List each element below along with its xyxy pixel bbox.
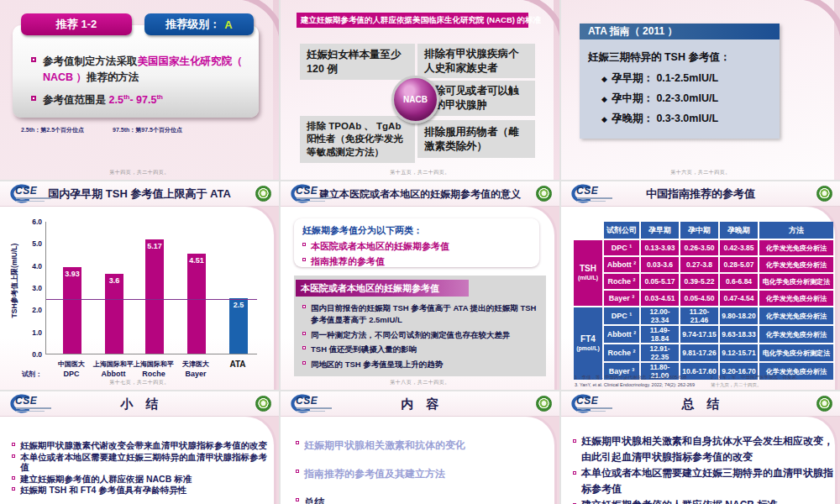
table-company-cell: Roche ² bbox=[604, 274, 639, 289]
y-tick-label: 0.0 bbox=[22, 350, 42, 359]
slide-title: 小 结 bbox=[121, 396, 159, 412]
slide-thumbnail-summary-final[interactable]: CSE 总 结 妊娠期甲状腺相关激素和自身抗体水平会发生相应改变，由此引起血清甲… bbox=[561, 391, 840, 504]
slide-thumbnail-tsh-chart[interactable]: CSE 国内孕早期 TSH 参考值上限高于 ATA TSH参考值上限(mIU/L… bbox=[0, 181, 279, 390]
local-reference-box: 本医院或者本地区的妊娠期参考值 国内目前报告的妊娠期 TSH 参考值高于 ATA… bbox=[294, 276, 546, 376]
slide-grid: 参考值制定方法采取美国国家生化研究院（ NACB ）推荐的方法 参考值范围是 2… bbox=[0, 0, 840, 504]
bullet-item: 参考值范围是 2.5th- 97.5th bbox=[31, 92, 249, 108]
table-value-cell: 9.12-15.71 bbox=[720, 344, 758, 361]
slide-thumbnail-contents[interactable]: CSE 内 容 妊娠期甲状腺相关激素和抗体的变化 指南推荐的参考值及其建立方法 … bbox=[281, 391, 559, 504]
classification-item: 本医院或者本地区的妊娠期参考值 bbox=[302, 240, 531, 253]
criteria-box: 排除有甲状腺疾病个人史和家族史者 bbox=[417, 44, 535, 78]
table-value-cell: 9.81-17.26 bbox=[680, 344, 718, 361]
bullet-square-icon bbox=[296, 470, 299, 473]
slide-thumbnail-nacb-criteria[interactable]: 建立妊娠期参考值的人群应依据美国临床生化研究院 (NACB) 的标准 妊娠妇女样… bbox=[281, 0, 559, 180]
footnote: 2.5th：第2.5个百分位点 bbox=[21, 127, 84, 133]
list-item: TSH 值还受到碘摄入量的影响 bbox=[302, 344, 541, 355]
slide-thumbnail-summary-brief[interactable]: CSE 小 结 妊娠期甲状腺激素代谢改变会带来血清甲状腺指标参考值的改变 本单位… bbox=[0, 391, 279, 504]
table-value-cell: 0.03-3.6 bbox=[641, 257, 679, 272]
bullet-square-icon bbox=[12, 476, 15, 480]
table-header-blank bbox=[574, 222, 602, 239]
cse-logo: CSE bbox=[566, 184, 628, 205]
cse-logo-text: CSE bbox=[576, 395, 598, 407]
table-value-cell: 9.74-17.15 bbox=[680, 326, 718, 343]
cse-logo: CSE bbox=[286, 184, 348, 205]
table-company-cell: DPC ¹ bbox=[604, 240, 639, 255]
table-method-cell: 化学发光免疫分析法 bbox=[759, 307, 833, 324]
cse-logo: CSE bbox=[286, 394, 348, 415]
criteria-box: 排除服用药物者（雌激素类除外） bbox=[417, 120, 535, 158]
table-value-cell: 0.39-5.22 bbox=[680, 274, 718, 289]
cse-logo-subtext bbox=[577, 411, 606, 412]
table-value-cell: 9.80-18.20 bbox=[720, 307, 758, 324]
cse-logo-text: CSE bbox=[15, 185, 37, 197]
nacb-sphere: NACB bbox=[391, 76, 439, 123]
page-number: 第十六页，共二十四页。 bbox=[561, 169, 840, 176]
bullet-square-icon bbox=[302, 361, 306, 365]
slide-thumbnail-china-guideline-table[interactable]: CSE 中国指南推荐的参考值 试剂公司 孕早期 孕中期 孕晚期 方法 TSH(m… bbox=[561, 181, 840, 390]
green-seal-logo bbox=[536, 186, 552, 202]
table-value-cell: 0.42-3.85 bbox=[720, 240, 758, 255]
list-item: 妊娠期甲状腺激素代谢改变会带来血清甲状腺指标参考值的改变 bbox=[12, 440, 272, 451]
page-number: 第十四页，共二十四页。 bbox=[0, 169, 279, 176]
y-tick-label: 6.0 bbox=[22, 218, 42, 226]
cse-logo-subtext bbox=[297, 197, 332, 199]
cse-logo-text: CSE bbox=[576, 185, 598, 197]
table-value-cell: 0.47-4.54 bbox=[720, 291, 758, 306]
diamond-bullet-icon: ◆ bbox=[601, 115, 607, 123]
table-value-cell: 9.63-18.33 bbox=[720, 326, 758, 343]
table-header-cell: 孕晚期 bbox=[720, 222, 758, 239]
table-method-cell: 化学发光免疫分析法 bbox=[759, 291, 833, 306]
cse-logo-subtext bbox=[297, 201, 325, 202]
page-number: 第十五页，共二十四页。 bbox=[281, 169, 559, 176]
grade-badge: 推荐级别： A bbox=[144, 13, 254, 35]
chart-plot: 3.933.65.174.512.5 bbox=[45, 222, 257, 354]
table-value-cell: 12.00-23.34 bbox=[641, 307, 679, 324]
bullet-square-icon bbox=[31, 57, 36, 62]
table-method-cell: 化学发光免疫分析法 bbox=[759, 326, 833, 343]
bullet-square-icon bbox=[296, 441, 299, 444]
list-item: 建立妊娠期参考值的人群应依据 NACB 标准 bbox=[12, 474, 272, 485]
bullet-square-icon bbox=[12, 454, 15, 458]
slide-title-bar: 建立妊娠期参考值的人群应依据美国临床生化研究院 (NACB) 的标准 bbox=[297, 13, 528, 28]
table-header-cell: 方法 bbox=[759, 222, 833, 239]
table-value-cell: 11.20-21.46 bbox=[680, 307, 718, 324]
table-header-cell: 孕早期 bbox=[641, 222, 679, 239]
slide-thumbnail-recommendation[interactable]: 参考值制定方法采取美国国家生化研究院（ NACB ）推荐的方法 参考值范围是 2… bbox=[0, 0, 279, 180]
table-method-cell: 化学发光免疫分析法 bbox=[759, 240, 833, 255]
table-row: Abbott ²0.03-3.60.27-3.80.28-5.07化学发光免疫分… bbox=[574, 257, 833, 272]
cse-logo-subtext bbox=[16, 407, 51, 409]
table-row: Roche ²0.05-5.170.39-5.220.6-6.84电化学免疫分析… bbox=[574, 274, 833, 289]
bullet-square-icon bbox=[12, 443, 15, 446]
chart-bar: 5.17 bbox=[145, 239, 164, 354]
slide-corner-decoration bbox=[795, 0, 840, 45]
bullet-item: 参考值制定方法采取美国国家生化研究院（ NACB ）推荐的方法 bbox=[31, 54, 249, 86]
table-value-cell: 12.91-22.35 bbox=[641, 344, 679, 361]
table-company-cell: DPC ¹ bbox=[604, 307, 639, 324]
y-tick-label: 5.0 bbox=[22, 239, 42, 248]
slide-thumbnail-ata-guideline[interactable]: ATA 指南（ 2011 ） 妊娠三期特异的 TSH 参考值： ◆孕早期： 0.… bbox=[561, 0, 840, 180]
table-value-cell: 0.26-3.50 bbox=[680, 240, 718, 255]
bullet-square-icon bbox=[31, 96, 36, 101]
guideline-box-header: ATA 指南（ 2011 ） bbox=[580, 24, 780, 39]
table-method-cell: 电化学免疫分析测定法 bbox=[759, 274, 833, 289]
y-tick-label: 4.0 bbox=[22, 262, 42, 270]
slide-title: 国内孕早期 TSH 参考值上限高于 ATA bbox=[48, 186, 231, 202]
bullet-square-icon bbox=[296, 498, 299, 501]
table-company-cell: Bayer ³ bbox=[604, 291, 639, 306]
x-category-label: ATA bbox=[200, 360, 276, 369]
y-tick-label: 1.0 bbox=[22, 328, 42, 337]
slide-header: CSE 国内孕早期 TSH 参考值上限高于 ATA bbox=[0, 181, 279, 207]
bullet-square-icon bbox=[12, 487, 15, 491]
list-item: 同地区的 TSH 参考值呈现上升的趋势 bbox=[302, 359, 541, 370]
cse-logo-subtext bbox=[297, 411, 325, 412]
bar-value-label: 5.17 bbox=[145, 242, 164, 250]
cse-logo-subtext bbox=[297, 407, 332, 409]
slide-thumbnail-local-reference[interactable]: CSE 建立本医院或者本地区的妊娠期参考值的意义 妊娠期参考值分为以下两类： 本… bbox=[281, 181, 559, 390]
slide-header: CSE 中国指南推荐的参考值 bbox=[561, 181, 840, 207]
local-reference-header: 本医院或者本地区的妊娠期参考值 bbox=[296, 280, 469, 297]
chart-bar: 2.5 bbox=[229, 298, 248, 354]
criteria-box: 排除 TPOAb 、 TgAb 阳性者（免疫化学发光等敏感测定方法） bbox=[300, 116, 415, 163]
table-company-cell: Abbott ² bbox=[604, 257, 639, 272]
page-number: 第十七页，共二十四页。 bbox=[0, 379, 279, 386]
cse-logo-text: CSE bbox=[296, 395, 318, 407]
